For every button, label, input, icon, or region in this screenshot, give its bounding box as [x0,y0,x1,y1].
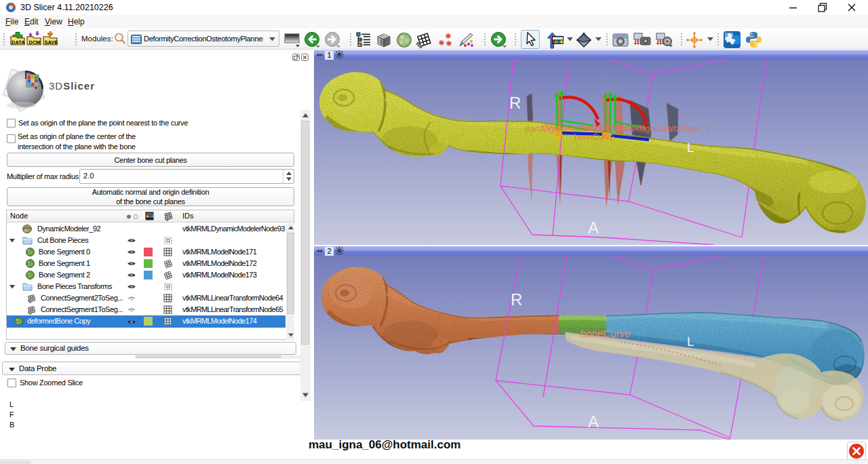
svg-text:boneCurve: boneCurve [574,132,614,142]
svg-text:DATA: DATA [12,39,25,45]
svg-text:boneCurve: boneCurve [580,328,630,339]
svg-text:rtMdentdsaNnlaMfdhfeddAllg: rtMdentdsaNnlaMfdhfeddAllg [540,123,646,132]
svg-text:R: R [509,94,521,112]
svg-text:R: R [511,290,522,309]
svg-text:SAVE: SAVE [45,39,58,45]
svg-text:A: A [588,412,599,431]
svg-text:DCM: DCM [29,39,41,45]
svg-text:A: A [588,218,599,237]
svg-text:L: L [687,140,694,155]
svg-text:L: L [687,334,694,349]
